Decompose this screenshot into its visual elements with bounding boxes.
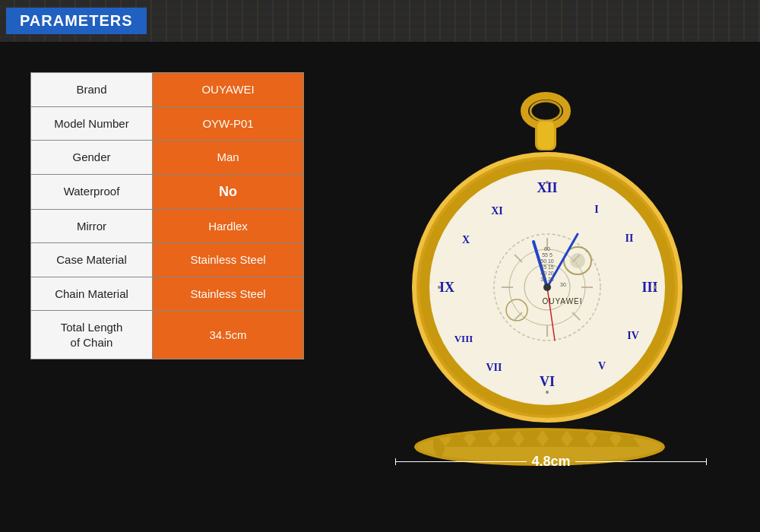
table-row: GenderMan xyxy=(31,141,304,175)
param-value: 34.5cm xyxy=(153,311,304,359)
svg-point-37 xyxy=(654,286,657,289)
svg-text:40  20: 40 20 xyxy=(540,271,554,276)
watch-illustration: XII III VI IX I II IV V VII VIII xyxy=(357,74,707,470)
svg-text:II: II xyxy=(625,233,634,244)
top-decorative-border: PARAMETERS xyxy=(0,0,760,42)
table-row: Model NumberOYW-P01 xyxy=(31,106,304,141)
svg-text:IV: IV xyxy=(627,330,639,341)
param-label: Mirror xyxy=(31,209,153,243)
svg-point-36 xyxy=(438,286,441,289)
svg-text:60: 60 xyxy=(544,246,550,252)
parameters-table: BrandOUYAWEIModel NumberOYW-P01GenderMan… xyxy=(30,72,304,359)
svg-point-35 xyxy=(546,391,549,394)
dimension-label: 4.8cm xyxy=(531,454,570,470)
svg-point-20 xyxy=(570,253,585,268)
svg-point-42 xyxy=(543,283,551,291)
svg-text:VI: VI xyxy=(540,374,555,389)
dimension-line: 4.8cm xyxy=(395,454,707,470)
table-row: Chain MaterialStainless Steel xyxy=(31,277,304,311)
dimension-line-right xyxy=(575,461,707,462)
param-value: No xyxy=(153,174,304,209)
table-row: BrandOUYAWEI xyxy=(31,73,304,107)
param-label: Chain Material xyxy=(31,277,153,311)
param-value: OUYAWEI xyxy=(153,73,304,107)
svg-point-1 xyxy=(530,101,561,121)
svg-point-34 xyxy=(546,181,549,184)
watch-container: XII III VI IX I II IV V VII VIII xyxy=(357,74,722,515)
dimension-line-left xyxy=(395,461,527,462)
svg-text:XI: XI xyxy=(491,205,503,217)
table-row: MirrorHardlex xyxy=(31,209,304,243)
svg-text:V: V xyxy=(598,360,606,372)
param-value: Stainless Steel xyxy=(153,277,304,311)
svg-rect-3 xyxy=(537,122,554,149)
svg-text:35  25: 35 25 xyxy=(540,277,554,282)
svg-text:X: X xyxy=(462,234,470,245)
param-label: Total Length of Chain xyxy=(31,311,153,359)
table-row: Case MaterialStainless Steel xyxy=(31,243,304,277)
param-label: Gender xyxy=(31,141,153,175)
main-content: BrandOUYAWEIModel NumberOYW-P01GenderMan… xyxy=(0,42,760,532)
param-value: OYW-P01 xyxy=(153,106,304,141)
svg-text:VII: VII xyxy=(486,362,502,373)
param-value: Stainless Steel xyxy=(153,243,304,277)
watch-area: XII III VI IX I II IV V VII VIII xyxy=(319,57,760,532)
svg-text:50  10: 50 10 xyxy=(540,258,554,264)
param-label: Waterproof xyxy=(31,174,153,209)
param-label: Model Number xyxy=(31,106,153,141)
table-row: Total Length of Chain34.5cm xyxy=(31,311,304,359)
svg-text:I: I xyxy=(594,204,598,215)
svg-text:30: 30 xyxy=(560,282,566,287)
table-row: WaterproofNo xyxy=(31,174,304,209)
svg-text:IX: IX xyxy=(439,280,454,295)
param-value: Man xyxy=(153,141,304,175)
param-label: Brand xyxy=(31,73,153,107)
svg-text:VIII: VIII xyxy=(454,333,473,344)
param-label: Case Material xyxy=(31,243,153,277)
parameters-badge: PARAMETERS xyxy=(6,8,147,34)
svg-text:45  15: 45 15 xyxy=(540,264,554,270)
svg-text:55  5: 55 5 xyxy=(542,252,553,258)
param-value: Hardlex xyxy=(153,209,304,243)
